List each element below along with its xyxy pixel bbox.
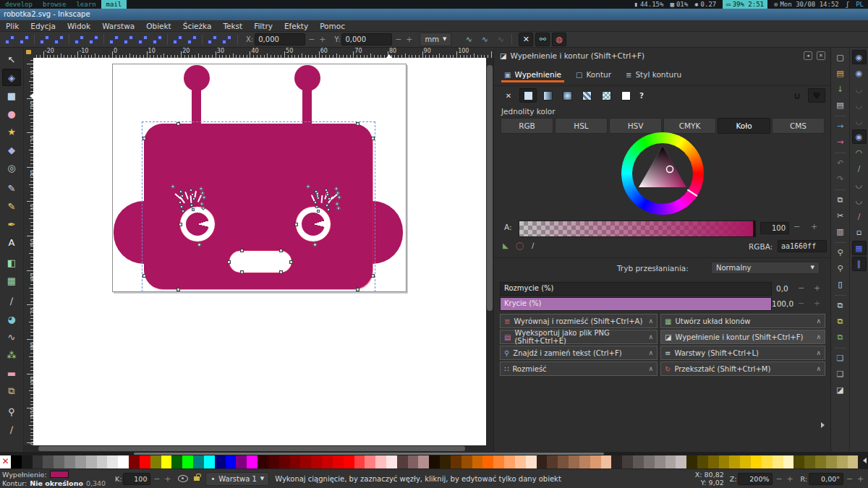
print-icon[interactable]: ▤ bbox=[833, 98, 848, 112]
y-minus-button[interactable]: − bbox=[393, 35, 403, 44]
fill-stroke-icon[interactable]: ◪ bbox=[833, 382, 848, 397]
arrange-dialog-button[interactable]: ∷Rozmieść∧ bbox=[500, 361, 658, 376]
tiled-clones-dialog-button[interactable]: ▦Utwórz układ klonów∧ bbox=[660, 314, 825, 328]
path-node[interactable] bbox=[240, 270, 244, 274]
node-tool[interactable]: ◈ bbox=[2, 69, 21, 86]
alpha-plus-button[interactable]: + bbox=[809, 222, 819, 231]
selected-node[interactable] bbox=[326, 193, 329, 196]
path-node[interactable] bbox=[279, 249, 283, 252]
workspace-tag-develop[interactable]: develop bbox=[0, 0, 38, 9]
path-node[interactable] bbox=[279, 270, 283, 274]
color-mode-rgb[interactable]: RGB bbox=[501, 118, 553, 134]
units-dropdown[interactable]: mm▼ bbox=[420, 33, 451, 46]
swatch-ffa366[interactable] bbox=[504, 455, 515, 468]
horizontal-scrollbar-thumb[interactable] bbox=[38, 446, 465, 451]
rotation-field[interactable]: 0,00° bbox=[809, 473, 843, 485]
menu-plik[interactable]: Plik bbox=[0, 20, 25, 32]
rotation-plus-button[interactable]: + bbox=[856, 474, 865, 484]
color-mode-hsv[interactable]: HSV bbox=[609, 118, 662, 134]
snap-smooth-nodes-icon[interactable]: ◡ bbox=[852, 193, 867, 207]
path-node[interactable] bbox=[371, 274, 375, 278]
swatch-ffdf40[interactable] bbox=[762, 455, 773, 468]
tab-wypełnienie[interactable]: ▣Wypełnienie bbox=[497, 67, 569, 82]
swatch-000080[interactable] bbox=[215, 455, 226, 468]
swatch-ffc299[interactable] bbox=[515, 455, 526, 468]
swatch-4d4700[interactable] bbox=[793, 455, 804, 468]
pencil-tool[interactable]: ✎ bbox=[2, 179, 21, 197]
swatch-554800[interactable] bbox=[697, 455, 708, 468]
node-edit-button[interactable] bbox=[205, 33, 219, 46]
alpha-value-field[interactable]: 100 bbox=[760, 222, 789, 234]
swatch-ff0000[interactable] bbox=[344, 455, 354, 468]
node-edit-button[interactable] bbox=[3, 33, 17, 46]
no-paint-button[interactable]: ✕ bbox=[500, 88, 517, 103]
path-node[interactable] bbox=[294, 223, 298, 226]
x-minus-button[interactable]: − bbox=[307, 35, 316, 44]
next-path-effect-icon[interactable]: ∿ bbox=[461, 33, 476, 46]
fill-color-swatch[interactable] bbox=[50, 471, 69, 478]
star-tool[interactable]: ★ bbox=[2, 123, 21, 140]
selected-node[interactable] bbox=[316, 194, 319, 197]
snap-bbox-edges-icon[interactable]: ◡ bbox=[852, 82, 867, 96]
swatch-33221a[interactable] bbox=[537, 455, 548, 468]
fill-rule-even-odd-button[interactable]: ∪ bbox=[788, 88, 806, 103]
swatch-990000[interactable] bbox=[300, 455, 311, 468]
fill-stroke-indicator[interactable]: Wypełnienie: Kontur: Nie określono 0,340 bbox=[0, 470, 109, 487]
swatch-ff00ff[interactable] bbox=[247, 455, 258, 468]
show-transform-handles-icon[interactable]: ✕ bbox=[519, 33, 533, 46]
snap-guides-icon[interactable]: ∥ bbox=[852, 257, 867, 271]
selected-node[interactable] bbox=[179, 201, 182, 204]
transform-dialog-button[interactable]: ↻Przekształć (Shift+Ctrl+M)∧ bbox=[660, 361, 825, 376]
show-bezier-handles-icon[interactable]: ⚯ bbox=[535, 33, 550, 46]
ungroup-icon[interactable]: ❏ bbox=[833, 367, 848, 381]
node-edit-button[interactable] bbox=[17, 33, 31, 46]
snap-bbox-icon[interactable]: ◉ bbox=[852, 66, 867, 80]
swatch-e6e6e6[interactable] bbox=[107, 455, 118, 468]
swatch-800080[interactable] bbox=[236, 455, 247, 468]
cut-icon[interactable]: ✂ bbox=[833, 208, 848, 223]
ellipse-tool[interactable]: ● bbox=[2, 105, 21, 122]
palette-scroll-left-icon[interactable] bbox=[863, 458, 867, 463]
path-node[interactable] bbox=[289, 260, 293, 264]
color-mode-koło[interactable]: Koło bbox=[718, 118, 770, 134]
alpha-slider-handle[interactable] bbox=[753, 221, 755, 236]
swatch-00ffff[interactable] bbox=[204, 455, 215, 468]
swatch-dd9a6f[interactable] bbox=[590, 455, 601, 468]
swatch-666666[interactable] bbox=[54, 455, 64, 468]
menu-ścieżka[interactable]: Ścieżka bbox=[177, 20, 218, 32]
selected-node[interactable] bbox=[325, 189, 328, 192]
layer-opacity-field[interactable]: 100 bbox=[123, 473, 150, 485]
vertical-scrollbar[interactable] bbox=[486, 58, 493, 445]
swatch-aca3a3[interactable] bbox=[665, 455, 676, 468]
node-edit-button[interactable] bbox=[72, 33, 86, 46]
swatch-998000[interactable] bbox=[719, 455, 730, 468]
snap-midpoints-icon[interactable]: ∕ bbox=[852, 209, 867, 223]
node-edit-button[interactable] bbox=[171, 33, 184, 46]
snap-bbox-corners-icon[interactable]: ◡ bbox=[852, 98, 867, 112]
measure-tool[interactable]: ∕ bbox=[2, 421, 21, 438]
opacity-minus-button[interactable]: − bbox=[796, 299, 806, 308]
swatch-553d3d[interactable] bbox=[397, 455, 408, 468]
selected-node[interactable] bbox=[180, 205, 183, 208]
menu-tekst[interactable]: Tekst bbox=[217, 20, 248, 32]
horizontal-ruler[interactable]: -20-100102030405060708090100110 bbox=[24, 48, 493, 59]
swatch-332b00[interactable] bbox=[686, 455, 697, 468]
swatch-008080[interactable] bbox=[193, 455, 204, 468]
alpha-minus-button[interactable]: − bbox=[792, 222, 801, 231]
duplicate-icon[interactable]: ⧉ bbox=[833, 298, 848, 312]
paint-bucket-tool[interactable]: ◕ bbox=[2, 310, 21, 328]
selected-node[interactable] bbox=[181, 194, 184, 197]
swatch-ccbf80[interactable] bbox=[848, 455, 859, 468]
selected-node[interactable] bbox=[314, 201, 317, 204]
swatch-ffffff[interactable] bbox=[118, 455, 129, 468]
layers-dialog-button[interactable]: ≡Warstwy (Shift+Ctrl+L)∧ bbox=[660, 346, 825, 360]
unlink-clone-icon[interactable]: ⧉ bbox=[833, 330, 848, 344]
selected-node[interactable] bbox=[191, 193, 194, 196]
selected-node[interactable] bbox=[192, 208, 195, 211]
path-node[interactable] bbox=[176, 288, 180, 291]
swatch-b3b3b3[interactable] bbox=[86, 455, 97, 468]
swatch-999999[interactable] bbox=[75, 455, 86, 468]
alpha-slider[interactable] bbox=[519, 221, 756, 237]
show-outline-icon[interactable]: ◍ bbox=[552, 33, 566, 46]
x-coord-field[interactable]: 0,000 bbox=[255, 33, 305, 46]
